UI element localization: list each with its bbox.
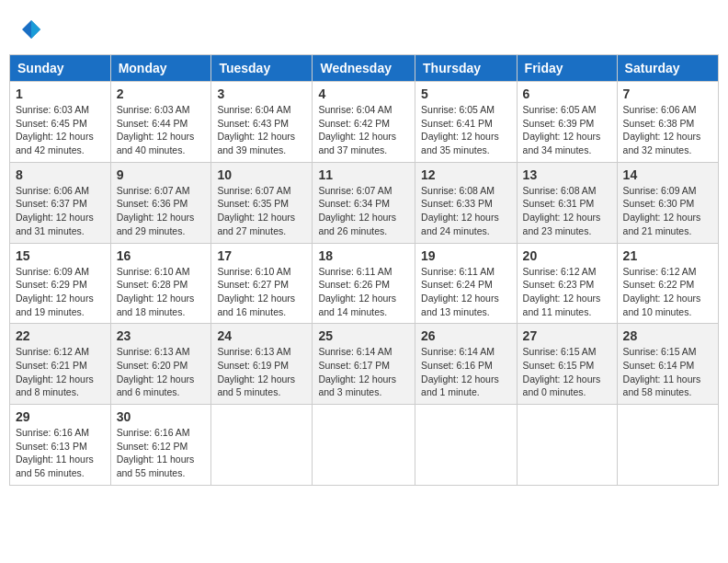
calendar-cell: 6 Sunrise: 6:05 AM Sunset: 6:39 PM Dayli… bbox=[517, 82, 617, 163]
calendar-cell: 19 Sunrise: 6:11 AM Sunset: 6:24 PM Dayl… bbox=[415, 243, 518, 324]
day-number: 26 bbox=[421, 328, 511, 343]
day-info: Sunrise: 6:12 AM Sunset: 6:22 PM Dayligh… bbox=[623, 265, 712, 319]
calendar-week-row: 8 Sunrise: 6:06 AM Sunset: 6:37 PM Dayli… bbox=[10, 162, 719, 243]
day-number: 13 bbox=[523, 167, 611, 182]
calendar-cell: 30 Sunrise: 6:16 AM Sunset: 6:12 PM Dayl… bbox=[110, 405, 211, 486]
day-info: Sunrise: 6:11 AM Sunset: 6:24 PM Dayligh… bbox=[421, 265, 511, 319]
day-number: 25 bbox=[318, 328, 409, 343]
day-number: 17 bbox=[217, 248, 306, 263]
calendar-table: SundayMondayTuesdayWednesdayThursdayFrid… bbox=[9, 54, 719, 486]
day-number: 8 bbox=[16, 167, 105, 182]
day-number: 14 bbox=[623, 167, 712, 182]
calendar-cell bbox=[517, 405, 617, 486]
page-header bbox=[9, 9, 719, 50]
calendar-cell bbox=[313, 405, 415, 486]
calendar-cell: 8 Sunrise: 6:06 AM Sunset: 6:37 PM Dayli… bbox=[10, 162, 111, 243]
calendar-cell: 7 Sunrise: 6:06 AM Sunset: 6:38 PM Dayli… bbox=[617, 82, 718, 163]
calendar-cell: 3 Sunrise: 6:04 AM Sunset: 6:43 PM Dayli… bbox=[211, 82, 313, 163]
calendar-cell: 28 Sunrise: 6:15 AM Sunset: 6:14 PM Dayl… bbox=[617, 324, 718, 405]
day-number: 4 bbox=[318, 86, 409, 101]
day-info: Sunrise: 6:15 AM Sunset: 6:15 PM Dayligh… bbox=[523, 345, 611, 399]
day-info: Sunrise: 6:03 AM Sunset: 6:44 PM Dayligh… bbox=[117, 103, 206, 157]
day-info: Sunrise: 6:04 AM Sunset: 6:42 PM Dayligh… bbox=[318, 103, 409, 157]
calendar-cell: 10 Sunrise: 6:07 AM Sunset: 6:35 PM Dayl… bbox=[211, 162, 313, 243]
calendar-cell: 4 Sunrise: 6:04 AM Sunset: 6:42 PM Dayli… bbox=[313, 82, 415, 163]
day-info: Sunrise: 6:12 AM Sunset: 6:21 PM Dayligh… bbox=[16, 345, 105, 399]
day-info: Sunrise: 6:11 AM Sunset: 6:26 PM Dayligh… bbox=[318, 265, 409, 319]
calendar-cell: 21 Sunrise: 6:12 AM Sunset: 6:22 PM Dayl… bbox=[617, 243, 718, 324]
day-number: 9 bbox=[117, 167, 206, 182]
weekday-header-sunday: Sunday bbox=[10, 55, 111, 82]
day-info: Sunrise: 6:13 AM Sunset: 6:19 PM Dayligh… bbox=[217, 345, 306, 399]
day-number: 23 bbox=[117, 328, 206, 343]
logo bbox=[18, 18, 42, 45]
calendar-cell: 5 Sunrise: 6:05 AM Sunset: 6:41 PM Dayli… bbox=[415, 82, 518, 163]
calendar-cell: 29 Sunrise: 6:16 AM Sunset: 6:13 PM Dayl… bbox=[10, 405, 111, 486]
calendar-cell: 24 Sunrise: 6:13 AM Sunset: 6:19 PM Dayl… bbox=[211, 324, 313, 405]
day-info: Sunrise: 6:10 AM Sunset: 6:28 PM Dayligh… bbox=[117, 265, 206, 319]
day-info: Sunrise: 6:06 AM Sunset: 6:38 PM Dayligh… bbox=[623, 103, 712, 157]
calendar-cell: 9 Sunrise: 6:07 AM Sunset: 6:36 PM Dayli… bbox=[110, 162, 211, 243]
day-number: 20 bbox=[523, 248, 611, 263]
day-number: 5 bbox=[421, 86, 511, 101]
day-info: Sunrise: 6:05 AM Sunset: 6:41 PM Dayligh… bbox=[421, 103, 511, 157]
day-info: Sunrise: 6:04 AM Sunset: 6:43 PM Dayligh… bbox=[217, 103, 306, 157]
calendar-cell: 15 Sunrise: 6:09 AM Sunset: 6:29 PM Dayl… bbox=[10, 243, 111, 324]
day-info: Sunrise: 6:16 AM Sunset: 6:12 PM Dayligh… bbox=[117, 426, 206, 480]
day-number: 7 bbox=[623, 86, 712, 101]
day-number: 21 bbox=[623, 248, 712, 263]
calendar-cell: 14 Sunrise: 6:09 AM Sunset: 6:30 PM Dayl… bbox=[617, 162, 718, 243]
logo-icon bbox=[20, 18, 42, 40]
day-info: Sunrise: 6:15 AM Sunset: 6:14 PM Dayligh… bbox=[623, 345, 712, 399]
day-number: 11 bbox=[318, 167, 409, 182]
calendar-cell: 16 Sunrise: 6:10 AM Sunset: 6:28 PM Dayl… bbox=[110, 243, 211, 324]
calendar-cell: 1 Sunrise: 6:03 AM Sunset: 6:45 PM Dayli… bbox=[10, 82, 111, 163]
day-number: 2 bbox=[117, 86, 206, 101]
day-info: Sunrise: 6:10 AM Sunset: 6:27 PM Dayligh… bbox=[217, 265, 306, 319]
day-info: Sunrise: 6:14 AM Sunset: 6:16 PM Dayligh… bbox=[421, 345, 511, 399]
calendar-cell bbox=[415, 405, 518, 486]
calendar-cell bbox=[617, 405, 718, 486]
calendar-week-row: 29 Sunrise: 6:16 AM Sunset: 6:13 PM Dayl… bbox=[10, 405, 719, 486]
day-number: 18 bbox=[318, 248, 409, 263]
day-info: Sunrise: 6:07 AM Sunset: 6:34 PM Dayligh… bbox=[318, 184, 409, 238]
day-number: 30 bbox=[117, 409, 206, 424]
weekday-header-wednesday: Wednesday bbox=[313, 55, 415, 82]
day-info: Sunrise: 6:07 AM Sunset: 6:36 PM Dayligh… bbox=[117, 184, 206, 238]
calendar-header-row: SundayMondayTuesdayWednesdayThursdayFrid… bbox=[10, 55, 719, 82]
calendar-cell: 20 Sunrise: 6:12 AM Sunset: 6:23 PM Dayl… bbox=[517, 243, 617, 324]
day-number: 12 bbox=[421, 167, 511, 182]
calendar-cell: 13 Sunrise: 6:08 AM Sunset: 6:31 PM Dayl… bbox=[517, 162, 617, 243]
day-info: Sunrise: 6:06 AM Sunset: 6:37 PM Dayligh… bbox=[16, 184, 105, 238]
day-info: Sunrise: 6:16 AM Sunset: 6:13 PM Dayligh… bbox=[16, 426, 105, 480]
day-number: 16 bbox=[117, 248, 206, 263]
day-number: 15 bbox=[16, 248, 105, 263]
calendar-cell: 11 Sunrise: 6:07 AM Sunset: 6:34 PM Dayl… bbox=[313, 162, 415, 243]
day-number: 6 bbox=[523, 86, 611, 101]
day-info: Sunrise: 6:08 AM Sunset: 6:33 PM Dayligh… bbox=[421, 184, 511, 238]
day-number: 28 bbox=[623, 328, 712, 343]
day-info: Sunrise: 6:08 AM Sunset: 6:31 PM Dayligh… bbox=[523, 184, 611, 238]
day-info: Sunrise: 6:07 AM Sunset: 6:35 PM Dayligh… bbox=[217, 184, 306, 238]
calendar-week-row: 1 Sunrise: 6:03 AM Sunset: 6:45 PM Dayli… bbox=[10, 82, 719, 163]
calendar-week-row: 22 Sunrise: 6:12 AM Sunset: 6:21 PM Dayl… bbox=[10, 324, 719, 405]
calendar-cell: 26 Sunrise: 6:14 AM Sunset: 6:16 PM Dayl… bbox=[415, 324, 518, 405]
day-info: Sunrise: 6:12 AM Sunset: 6:23 PM Dayligh… bbox=[523, 265, 611, 319]
day-number: 29 bbox=[16, 409, 105, 424]
day-info: Sunrise: 6:03 AM Sunset: 6:45 PM Dayligh… bbox=[16, 103, 105, 157]
day-info: Sunrise: 6:13 AM Sunset: 6:20 PM Dayligh… bbox=[117, 345, 206, 399]
weekday-header-saturday: Saturday bbox=[617, 55, 718, 82]
day-number: 22 bbox=[16, 328, 105, 343]
day-number: 10 bbox=[217, 167, 306, 182]
day-number: 1 bbox=[16, 86, 105, 101]
calendar-cell: 22 Sunrise: 6:12 AM Sunset: 6:21 PM Dayl… bbox=[10, 324, 111, 405]
calendar-cell: 12 Sunrise: 6:08 AM Sunset: 6:33 PM Dayl… bbox=[415, 162, 518, 243]
calendar-cell: 25 Sunrise: 6:14 AM Sunset: 6:17 PM Dayl… bbox=[313, 324, 415, 405]
calendar-week-row: 15 Sunrise: 6:09 AM Sunset: 6:29 PM Dayl… bbox=[10, 243, 719, 324]
weekday-header-monday: Monday bbox=[110, 55, 211, 82]
calendar-cell: 27 Sunrise: 6:15 AM Sunset: 6:15 PM Dayl… bbox=[517, 324, 617, 405]
weekday-header-thursday: Thursday bbox=[415, 55, 518, 82]
calendar-cell bbox=[211, 405, 313, 486]
day-info: Sunrise: 6:05 AM Sunset: 6:39 PM Dayligh… bbox=[523, 103, 611, 157]
calendar-cell: 2 Sunrise: 6:03 AM Sunset: 6:44 PM Dayli… bbox=[110, 82, 211, 163]
